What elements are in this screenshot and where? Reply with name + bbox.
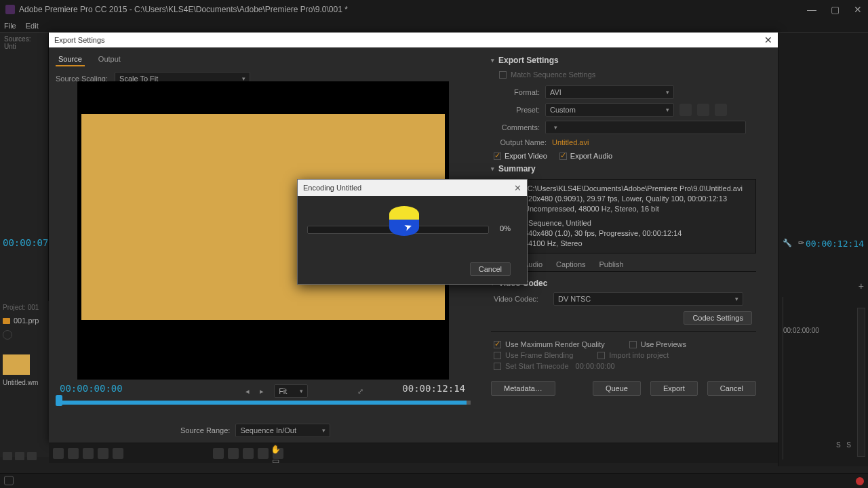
import-preset-icon[interactable] xyxy=(697,104,709,116)
queue-button[interactable]: Queue xyxy=(593,381,641,396)
timeline-btn-7[interactable] xyxy=(228,448,239,459)
project-file-item[interactable]: 001.prp xyxy=(0,314,49,327)
timeline-btn-9[interactable] xyxy=(258,448,269,459)
freeform-view-button[interactable] xyxy=(27,452,37,460)
menu-file[interactable]: File xyxy=(4,22,16,30)
timeline-btn-5[interactable] xyxy=(113,448,123,459)
summary-output-l3: Uncompressed, 48000 Hz, Stereo, 16 bit xyxy=(524,204,659,214)
search-icon[interactable] xyxy=(3,330,12,340)
summary-source-l3: 44100 Hz, Stereo xyxy=(524,239,583,249)
delete-preset-icon[interactable] xyxy=(715,104,727,116)
timeline-btn-8[interactable] xyxy=(243,448,254,459)
marker-icon[interactable]: ✑ xyxy=(796,239,806,248)
max-render-quality-checkbox[interactable] xyxy=(494,341,501,348)
import-project-label: Import into project xyxy=(609,351,669,359)
folder-icon xyxy=(3,318,10,324)
import-project-checkbox[interactable] xyxy=(597,352,605,359)
icon-view-button[interactable] xyxy=(15,452,24,460)
cursor-highlight xyxy=(389,206,419,236)
codec-settings-button[interactable]: Codec Settings xyxy=(684,311,752,325)
notification-icon[interactable] xyxy=(856,477,864,485)
cancel-button[interactable]: Cancel xyxy=(707,381,756,396)
comments-label: Comments: xyxy=(491,123,540,131)
use-previews-checkbox[interactable] xyxy=(629,341,637,348)
frame-blending-label: Use Frame Blending xyxy=(505,351,573,359)
timeline-btn-1[interactable] xyxy=(53,448,64,459)
summary-output-path: C:\Users\KLS4E\Documents\Adobe\Premiere … xyxy=(528,184,743,192)
encoding-close-button[interactable]: ✕ xyxy=(514,183,521,193)
subtab-captions[interactable]: Captions xyxy=(556,260,585,268)
format-label: Format: xyxy=(491,88,540,96)
encoding-title: Encoding Untitled xyxy=(303,184,361,192)
use-previews-label: Use Previews xyxy=(641,340,686,348)
audio-meter xyxy=(857,308,865,457)
preset-dropdown[interactable]: Custom xyxy=(545,103,674,117)
video-codec-label: Video Codec: xyxy=(494,295,548,303)
clip-thumbnail[interactable] xyxy=(3,354,30,375)
dialog-close-button[interactable]: ✕ xyxy=(764,35,772,45)
source-range-label: Source Range: xyxy=(180,426,230,434)
export-video-checkbox[interactable] xyxy=(494,152,501,160)
selection-tool-icon[interactable]: ▭ xyxy=(271,456,280,466)
add-track-button[interactable]: + xyxy=(859,281,864,291)
timeline-btn-3[interactable] xyxy=(83,448,94,459)
preset-label: Preset: xyxy=(491,106,540,114)
timeline-btn-2[interactable] xyxy=(68,448,79,459)
tab-output[interactable]: Output xyxy=(96,53,123,66)
source-range-dropdown[interactable]: Sequence In/Out xyxy=(235,424,330,437)
tab-source[interactable]: Source xyxy=(56,53,85,66)
summary-header[interactable]: Summary xyxy=(491,164,756,174)
subtab-publish[interactable]: Publish xyxy=(599,260,624,268)
export-timeline[interactable] xyxy=(56,401,471,405)
minimize-button[interactable]: — xyxy=(807,5,816,14)
list-view-button[interactable] xyxy=(3,452,12,460)
export-audio-checkbox[interactable] xyxy=(559,152,567,160)
start-timecode-value: 00:00:00:00 xyxy=(576,362,615,370)
app-icon xyxy=(5,5,15,14)
save-preset-icon[interactable] xyxy=(679,104,692,116)
max-render-quality-label: Use Maximum Render Quality xyxy=(505,340,605,348)
fit-dropdown[interactable]: Fit xyxy=(274,384,308,398)
playhead-handle[interactable] xyxy=(56,395,62,406)
status-icon[interactable] xyxy=(4,476,14,485)
hand-tool-icon[interactable]: ✋ xyxy=(271,445,280,454)
summary-source-l2: 640x480 (1.0), 30 fps, Progressive, 00:0… xyxy=(524,228,682,239)
match-sequence-checkbox[interactable] xyxy=(499,71,507,79)
frame-blending-checkbox[interactable] xyxy=(494,352,501,359)
project-file-label: 001.prp xyxy=(14,317,39,325)
export-settings-header[interactable]: Export Settings xyxy=(491,56,756,65)
timeline-btn-6[interactable] xyxy=(213,448,224,459)
step-fwd-button[interactable]: ▸ xyxy=(260,387,264,395)
format-dropdown[interactable]: AVI xyxy=(545,85,674,99)
close-button[interactable]: ✕ xyxy=(853,5,863,14)
summary-source-l1: Sequence, Untitled xyxy=(528,219,591,227)
clip-name: Untitled.wm xyxy=(0,378,49,388)
dialog-title: Export Settings xyxy=(54,36,105,44)
wrench-icon[interactable]: 🔧 xyxy=(783,239,792,248)
export-button[interactable]: Export xyxy=(650,381,698,396)
video-codec-header[interactable]: Video Codec xyxy=(491,279,756,288)
export-audio-label: Export Audio xyxy=(570,152,612,160)
timecode-end: 00:00:12:14 xyxy=(402,383,465,394)
timecode-start[interactable]: 00:00:00:00 xyxy=(60,383,123,394)
solo-indicators: S S xyxy=(836,441,853,449)
crop-icon[interactable]: ⤢ xyxy=(357,387,363,395)
menu-edit[interactable]: Edit xyxy=(26,22,39,30)
start-timecode-label: Set Start Timecode xyxy=(505,362,569,370)
output-name-link[interactable]: Untitled.avi xyxy=(552,138,589,146)
encoding-cancel-button[interactable]: Cancel xyxy=(470,262,511,276)
program-timecode: 00:00:12:14 xyxy=(806,239,864,249)
maximize-button[interactable]: ▢ xyxy=(830,5,840,14)
metadata-button[interactable]: Metadata… xyxy=(491,381,555,396)
timeline-btn-4[interactable] xyxy=(98,448,108,459)
project-panel-header: Project: 001 xyxy=(0,301,49,314)
ruler-timecode: 00:02:00:00 xyxy=(783,327,865,334)
step-back-button[interactable]: ◂ xyxy=(245,387,250,395)
summary-box: Output: C:\Users\KLS4E\Documents\Adobe\P… xyxy=(491,179,756,253)
sources-panel-label: Sources: Unti xyxy=(0,33,48,53)
comments-input[interactable] xyxy=(545,121,746,134)
encoding-percent: 0% xyxy=(500,224,511,232)
window-title: Adobe Premiere Pro CC 2015 - C:\Users\KL… xyxy=(19,5,348,14)
start-timecode-checkbox[interactable] xyxy=(494,363,501,370)
video-codec-dropdown[interactable]: DV NTSC xyxy=(553,292,743,306)
